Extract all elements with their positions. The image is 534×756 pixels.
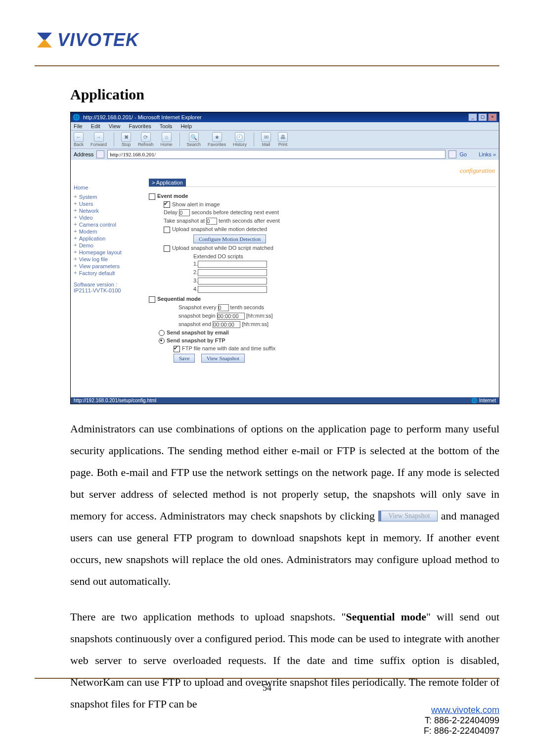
menu-help[interactable]: Help bbox=[180, 123, 192, 129]
page-title: Application bbox=[70, 86, 499, 103]
sequential-mode-checkbox[interactable] bbox=[149, 296, 155, 303]
stop-icon: ✖ bbox=[121, 132, 131, 142]
sidebar-item-homepage[interactable]: +Homepage layout bbox=[74, 249, 143, 255]
page-footer: 54 www.vivotek.com T: 886-2-22404099 F: … bbox=[35, 678, 499, 736]
browser-window: 🌐 http://192.168.0.201/ - Microsoft Inte… bbox=[70, 112, 499, 404]
sidebar: Home +System +Users +Network +Video +Cam… bbox=[74, 185, 143, 277]
view-snapshot-button[interactable]: View Snapshot bbox=[201, 354, 245, 363]
home-icon: ⌂ bbox=[162, 132, 172, 142]
toolbar-separator bbox=[114, 133, 114, 146]
forward-button[interactable]: →Forward bbox=[90, 132, 107, 147]
favorites-button[interactable]: ★Favorites bbox=[208, 132, 226, 147]
sidebar-item-network[interactable]: +Network bbox=[74, 207, 143, 214]
breadcrumb: > Application bbox=[149, 179, 186, 187]
logo-mark-icon bbox=[35, 30, 54, 50]
forward-icon: → bbox=[94, 132, 104, 142]
footer-divider bbox=[35, 678, 499, 679]
script-2-input[interactable] bbox=[198, 269, 267, 276]
inline-view-snapshot-button[interactable]: View Snapshot bbox=[378, 511, 437, 521]
sequential-mode-label: Sequential mode bbox=[157, 296, 201, 302]
menu-file[interactable]: File bbox=[74, 123, 83, 129]
back-icon: ← bbox=[74, 132, 84, 142]
menu-view[interactable]: View bbox=[109, 123, 121, 129]
upload-motion-checkbox[interactable] bbox=[164, 227, 170, 233]
minimize-button[interactable]: _ bbox=[468, 113, 477, 121]
go-label[interactable]: Go bbox=[459, 151, 467, 157]
ie-icon: 🌐 bbox=[73, 114, 80, 121]
expand-icon: + bbox=[74, 193, 77, 200]
sidebar-item-demo[interactable]: +Demo bbox=[74, 242, 143, 248]
address-input[interactable] bbox=[107, 150, 445, 159]
stop-button[interactable]: ✖Stop bbox=[121, 132, 131, 147]
toolbar-separator bbox=[254, 133, 254, 146]
print-icon: 🖶 bbox=[278, 132, 288, 142]
mail-icon: ✉ bbox=[261, 132, 271, 142]
expand-icon: + bbox=[74, 242, 77, 248]
history-icon: 🕘 bbox=[235, 132, 245, 142]
send-email-radio[interactable] bbox=[159, 330, 165, 336]
window-titlebar: 🌐 http://192.168.0.201/ - Microsoft Inte… bbox=[71, 112, 499, 122]
menu-favorites[interactable]: Favorites bbox=[129, 123, 151, 129]
page-number: 54 bbox=[35, 683, 499, 693]
menu-edit[interactable]: Edit bbox=[91, 123, 100, 129]
snapshot-offset-input[interactable]: 0 bbox=[206, 218, 217, 225]
save-button[interactable]: Save bbox=[174, 354, 195, 363]
event-mode-label: Event mode bbox=[157, 193, 188, 199]
expand-icon: + bbox=[74, 235, 77, 241]
configure-motion-button[interactable]: Configure Motion Detection bbox=[193, 235, 266, 243]
event-mode-checkbox[interactable] bbox=[149, 193, 155, 200]
close-button[interactable]: × bbox=[488, 113, 497, 121]
menu-tools[interactable]: Tools bbox=[160, 123, 173, 129]
address-bar: Address Go Links » bbox=[71, 148, 499, 160]
top-divider bbox=[35, 65, 499, 66]
window-title: http://192.168.0.201/ - Microsoft Intern… bbox=[83, 114, 468, 120]
script-3-input[interactable] bbox=[198, 278, 267, 284]
seq-every-input[interactable]: 0 bbox=[218, 304, 229, 311]
delay-input[interactable]: 0 bbox=[179, 209, 190, 216]
go-icon[interactable] bbox=[448, 150, 456, 158]
sidebar-home[interactable]: Home bbox=[74, 185, 143, 190]
sidebar-item-users[interactable]: +Users bbox=[74, 200, 143, 207]
expand-icon: + bbox=[74, 200, 77, 207]
logo-text: VIVOTEK bbox=[57, 30, 139, 50]
expand-icon: + bbox=[74, 256, 77, 262]
sidebar-item-system[interactable]: +System bbox=[74, 193, 143, 200]
print-button[interactable]: 🖶Print bbox=[278, 132, 288, 147]
footer-tel: T: 886-2-22404099 bbox=[425, 715, 499, 725]
send-ftp-radio[interactable] bbox=[159, 338, 165, 344]
mail-button[interactable]: ✉Mail bbox=[261, 132, 271, 147]
software-version: Software version : IP2111-VVTK-0100 bbox=[74, 282, 143, 293]
script-1-input[interactable] bbox=[198, 261, 267, 268]
sidebar-item-video[interactable]: +Video bbox=[74, 214, 143, 221]
sidebar-item-factory[interactable]: +Factory default bbox=[74, 270, 143, 276]
history-button[interactable]: 🕘History bbox=[233, 132, 247, 147]
script-4-input[interactable] bbox=[198, 286, 267, 293]
address-label: Address bbox=[74, 151, 93, 157]
upload-do-checkbox[interactable] bbox=[164, 245, 170, 252]
footer-fax: F: 886-2-22404097 bbox=[424, 726, 499, 736]
page-icon bbox=[96, 150, 104, 158]
toolbar: ←Back →Forward ✖Stop ⟳Refresh ⌂Home 🔍Sea… bbox=[71, 130, 499, 148]
back-button[interactable]: ←Back bbox=[74, 132, 84, 147]
sidebar-item-params[interactable]: +View parameters bbox=[74, 263, 143, 269]
show-alert-checkbox[interactable] bbox=[164, 201, 170, 208]
seq-begin-input[interactable]: 00:00:00 bbox=[217, 313, 245, 320]
sidebar-item-modem[interactable]: +Modem bbox=[74, 228, 143, 235]
search-button[interactable]: 🔍Search bbox=[187, 132, 201, 147]
sidebar-item-camera[interactable]: +Camera control bbox=[74, 221, 143, 228]
expand-icon: + bbox=[74, 249, 77, 255]
menu-bar: File Edit View Favorites Tools Help bbox=[71, 122, 499, 130]
sidebar-item-application[interactable]: +Application bbox=[74, 235, 143, 241]
links-label[interactable]: Links » bbox=[479, 151, 496, 157]
toolbar-separator bbox=[179, 133, 180, 146]
home-button[interactable]: ⌂Home bbox=[161, 132, 173, 147]
sequential-mode-term: Sequential mode bbox=[346, 611, 426, 623]
footer-link[interactable]: www.vivotek.com bbox=[431, 705, 499, 715]
ftp-suffix-checkbox[interactable] bbox=[174, 346, 180, 352]
refresh-button[interactable]: ⟳Refresh bbox=[138, 132, 154, 147]
sidebar-item-logfile[interactable]: +View log file bbox=[74, 256, 143, 262]
expand-icon: + bbox=[74, 214, 77, 221]
seq-end-input[interactable]: 00:00:00 bbox=[213, 321, 240, 328]
maximize-button[interactable]: ▢ bbox=[478, 113, 487, 121]
refresh-icon: ⟳ bbox=[141, 132, 151, 142]
